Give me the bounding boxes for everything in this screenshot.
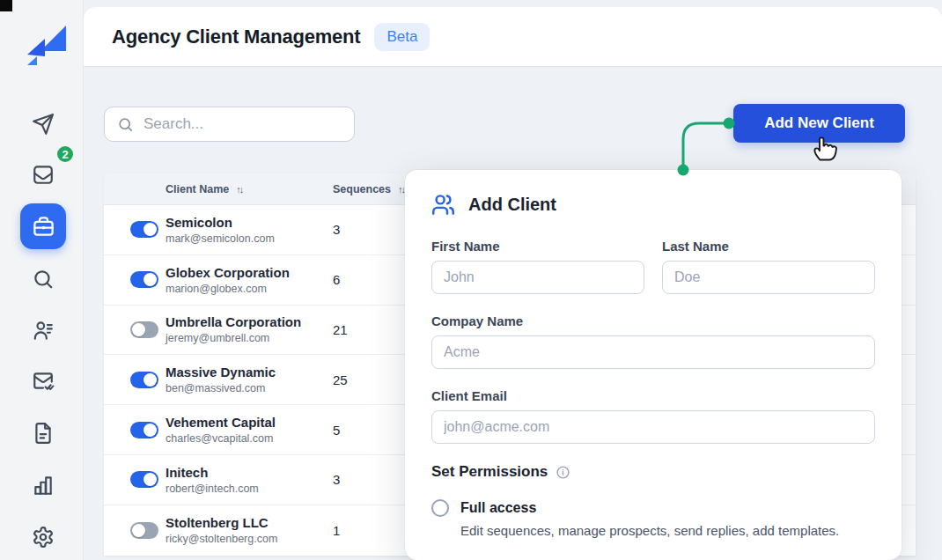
add-new-client-button[interactable]: Add New Client (733, 104, 905, 143)
page-title: Agency Client Management (112, 26, 360, 48)
sort-icon[interactable]: ↑↓ (398, 184, 404, 195)
send-icon (32, 113, 55, 136)
company-name-label: Compay Name (431, 313, 875, 328)
client-email-label: Client Email (431, 388, 875, 403)
sidebar-item-send[interactable] (20, 102, 66, 146)
toggle-knob (144, 473, 157, 486)
search-icon (117, 116, 134, 133)
search-box[interactable] (104, 107, 355, 142)
modal-title: Add Client (468, 195, 556, 215)
column-client-name: Client Name (166, 183, 229, 195)
client-email: charles@vcapital.com (166, 432, 333, 445)
sidebar-item-prospects[interactable] (20, 308, 66, 352)
client-email: marion@globex.com (166, 283, 333, 295)
toggle-knob (132, 524, 145, 537)
client-name: Semicolon (166, 215, 333, 230)
add-client-modal: Add Client First Name Last Name Compay N… (405, 170, 902, 560)
gear-icon (32, 526, 55, 549)
mail-check-icon (32, 370, 55, 393)
client-toggle[interactable] (130, 372, 158, 388)
client-toggle[interactable] (130, 221, 158, 238)
sidebar-item-reports[interactable] (20, 463, 66, 507)
briefcase-icon (32, 215, 55, 239)
last-name-field[interactable] (662, 261, 875, 294)
client-name: Stoltenberg LLC (166, 515, 333, 530)
full-access-label: Full access (460, 500, 536, 516)
client-name: Massive Dynamic (166, 365, 333, 379)
client-email: mark@semicolon.com (166, 232, 333, 245)
client-toggle[interactable] (130, 271, 158, 288)
client-toggle[interactable] (130, 321, 158, 338)
toggle-knob (144, 424, 157, 437)
company-name-field[interactable] (431, 335, 875, 369)
users-icon (431, 193, 455, 217)
toggle-knob (144, 373, 157, 387)
first-name-label: First Name (431, 239, 644, 254)
search-icon (32, 268, 55, 291)
client-email: jeremy@umbrell.com (166, 332, 333, 344)
toggle-knob (144, 223, 157, 236)
client-email: ben@massived.com (166, 382, 333, 394)
sort-icon[interactable]: ↑↓ (236, 184, 242, 195)
sidebar-item-templates[interactable] (20, 411, 66, 455)
client-toggle[interactable] (130, 522, 158, 539)
prospects-icon (32, 319, 55, 342)
client-email-field[interactable] (431, 410, 875, 444)
client-email: robert@intech.com (166, 483, 333, 495)
sidebar-item-search[interactable] (20, 257, 66, 301)
sidebar-item-inbox[interactable]: 2 (20, 152, 66, 196)
beta-badge: Beta (374, 23, 430, 51)
toggle-knob (132, 323, 145, 336)
inbox-badge: 2 (55, 144, 75, 164)
inbox-icon (32, 163, 55, 186)
sidebar-item-settings[interactable] (20, 515, 66, 559)
full-access-description: Edit sequences, manage prospects, send r… (460, 523, 875, 538)
client-name: Initech (166, 465, 333, 480)
client-toggle[interactable] (130, 422, 158, 438)
client-name: Globex Corporation (166, 265, 333, 280)
client-email: ricky@stoltenberg.com (166, 533, 333, 545)
client-name: Umbrella Corporation (166, 314, 333, 329)
info-icon[interactable] (556, 465, 570, 480)
search-input[interactable] (144, 115, 337, 133)
last-name-label: Last Name (662, 239, 875, 254)
bar-chart-icon (32, 474, 55, 497)
screen-corner (0, 0, 12, 11)
column-sequences: Sequences (333, 183, 391, 195)
client-toggle[interactable] (130, 471, 158, 488)
client-name: Vehement Capital (166, 415, 333, 430)
app-logo-icon (26, 21, 70, 65)
sidebar-item-clients[interactable] (20, 203, 66, 249)
first-name-field[interactable] (431, 261, 644, 294)
file-text-icon (32, 422, 55, 445)
sidebar-item-mail-check[interactable] (20, 359, 66, 403)
sidebar: 2 (0, 0, 84, 560)
full-access-radio[interactable] (431, 499, 449, 517)
toggle-knob (144, 273, 157, 286)
set-permissions-heading: Set Permissions (431, 463, 548, 481)
page-header: Agency Client Management Beta (84, 7, 942, 66)
